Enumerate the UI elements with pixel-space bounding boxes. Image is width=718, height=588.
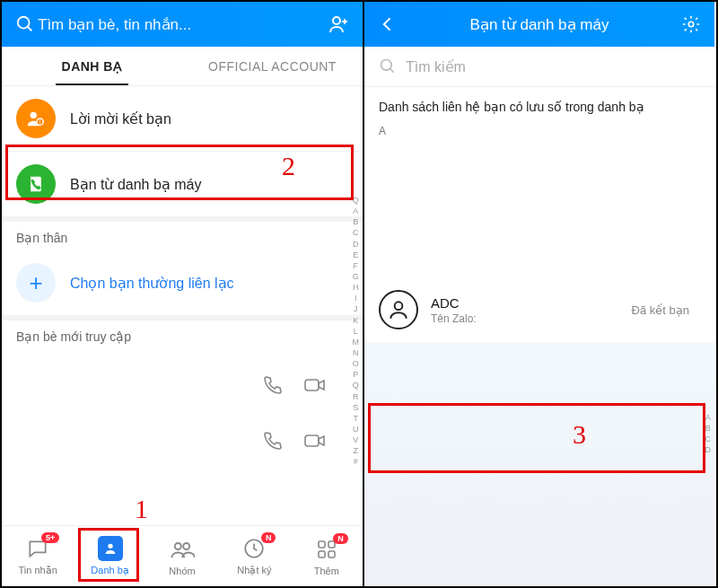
- svg-point-21: [395, 302, 403, 310]
- badge: N: [333, 533, 348, 544]
- search-icon[interactable]: [13, 12, 38, 37]
- annotation-number-3: 3: [573, 419, 586, 450]
- topbar-right: Bạn từ danh bạ máy: [364, 2, 714, 47]
- add-friend-icon[interactable]: [327, 12, 352, 37]
- topbar-left: Tìm bạn bè, tin nhắn...: [2, 2, 363, 47]
- recent-contacts-area: [2, 349, 363, 484]
- search-input[interactable]: Tìm bạn bè, tin nhắn...: [38, 15, 327, 34]
- friend-status: Đã kết bạn: [632, 303, 700, 317]
- friend-request-icon: i: [16, 99, 56, 138]
- nav-label: Danh bạ: [91, 565, 128, 576]
- bottom-nav: 5+ Tin nhắn Danh bạ Nhóm N: [2, 525, 363, 586]
- nav-messages[interactable]: 5+ Tin nhắn: [2, 526, 74, 586]
- annotation-number-1: 1: [135, 494, 148, 524]
- headline: Danh sách liên hệ bạn có lưu số trong da…: [364, 87, 714, 121]
- svg-rect-9: [305, 435, 319, 446]
- svg-point-12: [183, 543, 189, 549]
- page-title: Bạn từ danh bạ máy: [400, 15, 679, 34]
- nav-timeline[interactable]: N Nhật ký: [218, 526, 290, 586]
- svg-text:i: i: [39, 118, 40, 125]
- call-icon[interactable]: [262, 430, 284, 452]
- nav-label: Tin nhắn: [19, 565, 57, 576]
- left-screen: Tìm bạn bè, tin nhắn... DANH BẠ OFFICIAL…: [2, 2, 364, 586]
- svg-line-20: [390, 69, 394, 73]
- svg-point-2: [333, 17, 340, 24]
- clock-icon: N: [241, 536, 267, 561]
- contact-name: ADC: [431, 295, 477, 311]
- contact-row[interactable]: ADC Tên Zalo: Đã kết bạn: [364, 277, 714, 342]
- svg-rect-17: [328, 551, 335, 557]
- alpha-index[interactable]: QABCDEFGHIJKLMNOPQRSTUVZ#: [353, 195, 360, 468]
- svg-point-5: [31, 112, 37, 118]
- section-close-friends: Bạn thân: [2, 222, 363, 250]
- plus-icon: +: [16, 263, 56, 303]
- row-label: Chọn bạn thường liên lạc: [70, 275, 234, 292]
- nav-label: Nhóm: [169, 566, 195, 576]
- svg-point-10: [108, 544, 112, 549]
- nav-label: Nhật ký: [237, 565, 271, 576]
- nav-more[interactable]: N Thêm: [291, 526, 363, 586]
- phonebook-icon: [16, 164, 56, 204]
- search-placeholder: Tìm kiếm: [406, 58, 466, 75]
- contacts-body: ADC Tên Zalo: Đã kết bạn ABCD 3: [364, 277, 714, 588]
- svg-point-18: [688, 22, 694, 27]
- contact-text: ADC Tên Zalo:: [431, 295, 477, 325]
- video-icon[interactable]: [303, 430, 327, 452]
- svg-rect-14: [319, 541, 325, 548]
- badge: 5+: [41, 532, 59, 543]
- badge: N: [261, 532, 276, 543]
- row-label: Lời mời kết bạn: [70, 110, 171, 127]
- svg-point-0: [18, 17, 30, 29]
- contacts-icon: [98, 536, 123, 561]
- svg-line-1: [28, 27, 32, 31]
- nav-groups[interactable]: Nhóm: [146, 526, 218, 586]
- chat-icon: 5+: [25, 536, 50, 561]
- svg-point-19: [381, 60, 392, 71]
- group-icon: [170, 537, 195, 562]
- grid-icon: N: [314, 537, 339, 562]
- contact-sub: Tên Zalo:: [431, 312, 477, 325]
- svg-rect-16: [319, 551, 325, 557]
- video-icon[interactable]: [303, 374, 327, 396]
- call-icon[interactable]: [262, 374, 284, 396]
- nav-label: Thêm: [314, 566, 339, 576]
- row-choose-frequent[interactable]: + Chọn bạn thường liên lạc: [2, 250, 363, 315]
- svg-point-11: [175, 543, 181, 549]
- tab-official[interactable]: OFFICIAL ACCOUNT: [182, 47, 363, 85]
- tab-contacts[interactable]: DANH BẠ: [2, 47, 182, 85]
- row-phone-contacts[interactable]: Bạn từ danh bạ máy: [2, 151, 363, 216]
- svg-rect-8: [305, 380, 319, 391]
- search-placeholder: Tìm bạn bè, tin nhắn...: [38, 15, 191, 34]
- search-input[interactable]: Tìm kiếm: [364, 47, 714, 87]
- section-letter: A: [364, 121, 714, 143]
- section-recent: Bạn bè mới truy cập: [2, 320, 363, 349]
- back-icon[interactable]: [375, 12, 400, 37]
- tabs: DANH BẠ OFFICIAL ACCOUNT: [2, 47, 363, 86]
- row-friend-requests[interactable]: i Lời mời kết bạn: [2, 86, 363, 151]
- alpha-index[interactable]: ABCD: [705, 412, 712, 456]
- right-screen: Bạn từ danh bạ máy Tìm kiếm Danh sách li…: [364, 2, 714, 586]
- avatar-icon: [379, 290, 418, 329]
- row-label: Bạn từ danh bạ máy: [70, 176, 202, 193]
- annotation-box-3: [368, 403, 705, 473]
- gear-icon[interactable]: [679, 12, 704, 37]
- nav-contacts[interactable]: Danh bạ: [74, 526, 145, 586]
